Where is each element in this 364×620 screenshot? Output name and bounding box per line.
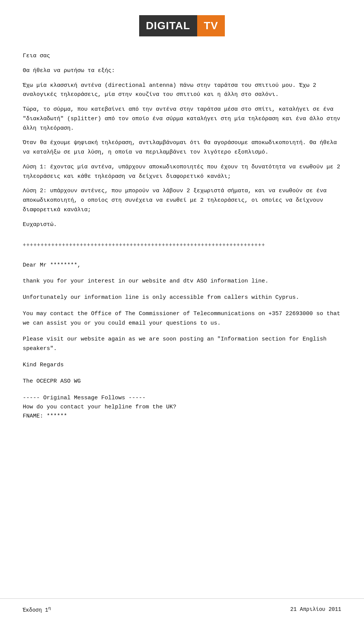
original-fname: FNAME: ****** xyxy=(23,412,341,421)
intro: Θα ήθελα να ρωτήσω τα εξής: xyxy=(23,66,341,76)
original-message: ----- Original Message Follows ----- How… xyxy=(23,394,341,421)
english-p1: thank you for your interest in our websi… xyxy=(23,277,341,286)
salutation: Dear Mr ********, xyxy=(23,261,341,270)
logo: DIGITAL TV xyxy=(139,15,225,36)
english-section: Dear Mr ********, thank you for your int… xyxy=(23,261,341,386)
english-p3: You may contact the Office of The Commis… xyxy=(23,309,341,328)
closing: Kind Regards xyxy=(23,361,341,370)
greek-p3: Όταν θα έχουμε ψηφιακή τηλεόραση, αντιλα… xyxy=(23,138,341,157)
signature: The OCECPR ASO WG xyxy=(23,377,341,386)
english-p2: Unfortunately our information line is on… xyxy=(23,293,341,303)
greek-thanks: Ευχαριστώ. xyxy=(23,220,341,230)
logo-digital-text: DIGITAL xyxy=(139,15,197,36)
original-q1: How do you contact your helpline from th… xyxy=(23,403,341,412)
greek-p4: Λύση 1: έχοντας μία αντένα, υπάρχουν απο… xyxy=(23,163,341,182)
greek-p2: Τώρα, το σύρμα, που κατεβαίνει από την α… xyxy=(23,105,341,133)
logo-tv-text: TV xyxy=(197,15,225,36)
greek-section: Γεια σας Θα ήθελα να ρωτήσω τα εξής: Έχω… xyxy=(23,52,341,229)
greek-p1: Έχω μία κλασσική αντένα (directional ant… xyxy=(23,81,341,100)
edition-label: Έκδοση 1η xyxy=(23,606,51,613)
page: DIGITAL TV Γεια σας Θα ήθελα να ρωτήσω τ… xyxy=(0,0,364,620)
greeting: Γεια σας xyxy=(23,52,341,61)
divider: ++++++++++++++++++++++++++++++++++++++++… xyxy=(23,241,341,249)
footer-date: 21 Απριλίου 2011 xyxy=(290,606,341,612)
greek-p5: Λύση 2: υπάρχουν αντένες, που μπορούν να… xyxy=(23,187,341,215)
footer: Έκδοση 1η 21 Απριλίου 2011 xyxy=(0,598,364,620)
content-area: Γεια σας Θα ήθελα να ρωτήσω τα εξής: Έχω… xyxy=(23,52,341,421)
logo-container: DIGITAL TV xyxy=(23,15,341,36)
english-p4: Please visit our website again as we are… xyxy=(23,335,341,354)
original-header: ----- Original Message Follows ----- xyxy=(23,394,341,403)
